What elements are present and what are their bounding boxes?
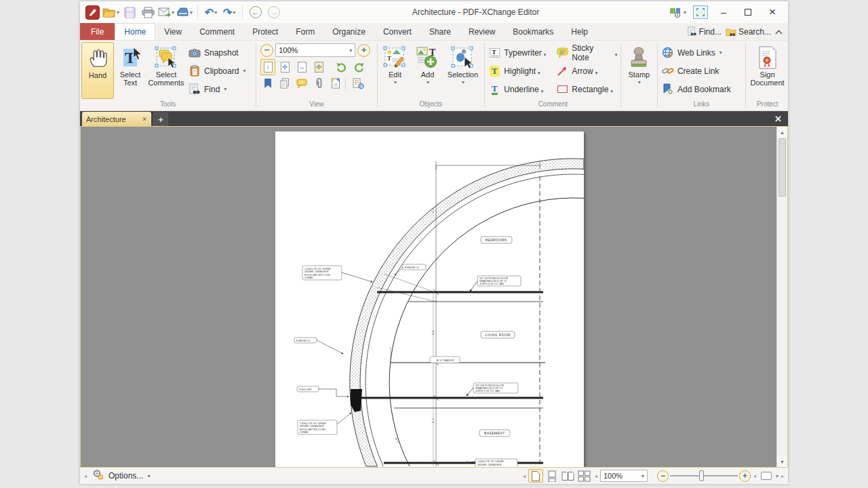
comments-pane-button[interactable] <box>294 75 309 92</box>
ui-options-dropdown[interactable]: ▾ <box>684 9 686 16</box>
scroll-down-button[interactable]: ▼ <box>777 456 787 467</box>
underline-button[interactable]: TUnderline▾ <box>486 80 554 98</box>
redo-button[interactable]: ↷▾ <box>221 3 237 21</box>
hand-tool-button[interactable]: Hand <box>81 42 114 99</box>
tab-organize[interactable]: Organize <box>323 23 374 40</box>
document-properties-button[interactable] <box>351 75 366 92</box>
vertical-scrollbar[interactable]: ▲ ▼ <box>776 127 787 467</box>
fit-visible-button[interactable]: ✣ <box>277 59 292 75</box>
continuous-view-button[interactable] <box>545 469 559 483</box>
fullscreen-button[interactable] <box>693 5 708 19</box>
bookmarks-pane-button[interactable] <box>260 75 275 92</box>
document-viewport[interactable]: 9'-1" 8'-0" 8'-1" 16'-0" BEDROOMS LIVING… <box>80 126 788 468</box>
attachments-pane-button[interactable] <box>311 75 326 92</box>
stamp-dropdown[interactable]: ▾ <box>638 79 641 87</box>
open-button[interactable]: ▾ <box>102 3 119 21</box>
fit-width-statusbar-button[interactable] <box>759 469 774 483</box>
create-link-button[interactable]: Create Link <box>659 62 734 80</box>
options-button[interactable]: Options... <box>108 471 143 481</box>
minimize-button[interactable]: – <box>715 5 732 20</box>
rotate-cw-button[interactable] <box>351 59 366 75</box>
zoom-slider[interactable] <box>670 470 738 482</box>
add-objects-button[interactable]: T Add ▾ <box>411 42 443 99</box>
add-bookmark-button[interactable]: Add Bookmark <box>659 80 734 98</box>
add-dropdown[interactable]: ▾ <box>427 79 429 87</box>
typewriter-dropdown[interactable]: ▾ <box>544 52 547 58</box>
sticky-note-dropdown[interactable]: ▾ <box>615 52 618 58</box>
fit-page-button[interactable]: ↕ <box>260 59 275 75</box>
vertical-scrollbar-thumb[interactable] <box>778 138 786 197</box>
web-links-button[interactable]: Web Links▾ <box>659 43 734 62</box>
tab-home[interactable]: Home <box>115 23 155 40</box>
document-tab-close-icon[interactable]: ✕ <box>142 116 147 123</box>
print-button[interactable] <box>140 3 156 21</box>
stamp-button[interactable]: Stamp ▾ <box>623 42 655 99</box>
search-command[interactable]: Search... <box>726 27 771 37</box>
sign-document-button[interactable]: Sign Document <box>747 42 788 99</box>
clipboard-dropdown[interactable]: ▾ <box>243 68 245 74</box>
web-links-dropdown[interactable]: ▾ <box>719 49 722 56</box>
rectangle-button[interactable]: Rectangle▾ <box>554 80 619 98</box>
find-dropdown[interactable]: ▾ <box>224 86 226 92</box>
app-logo[interactable] <box>84 3 100 21</box>
scan-dropdown[interactable]: ▾ <box>190 9 193 16</box>
scan-button[interactable]: ▾ <box>176 3 193 21</box>
highlight-button[interactable]: THighlight▾ <box>486 62 554 80</box>
tab-bookmarks[interactable]: Bookmarks <box>504 23 562 40</box>
tab-comment[interactable]: Comment <box>191 23 243 40</box>
zoom-out-button[interactable]: − <box>260 44 273 57</box>
rotate-ccw-button[interactable] <box>334 59 349 75</box>
fit-width-button[interactable]: ↔ <box>294 59 309 75</box>
underline-dropdown[interactable]: ▾ <box>541 89 544 94</box>
close-button[interactable]: × <box>764 5 781 20</box>
pdf-page[interactable]: 9'-1" 8'-0" 8'-1" 16'-0" BEDROOMS LIVING… <box>275 131 584 468</box>
statusbar-zoom-in-button[interactable]: + <box>739 470 751 482</box>
statusbar-zoom-combo[interactable]: 100%▾ <box>600 470 648 482</box>
fit-options-dropdown[interactable]: ▾ <box>776 473 778 479</box>
zoom-in-button[interactable]: + <box>357 44 370 57</box>
select-text-button[interactable]: T Select Text <box>114 42 146 99</box>
collapse-ribbon-button[interactable] <box>775 27 783 37</box>
edit-objects-button[interactable]: T Edit ▾ <box>378 42 411 99</box>
document-tab-architecture[interactable]: Architecture ✕ <box>82 112 151 126</box>
undo-button[interactable]: ↶▾ <box>203 3 219 21</box>
arrow-button[interactable]: Arrow▾ <box>554 62 619 80</box>
clipboard-button[interactable]: Clipboard▾ <box>186 62 248 80</box>
actual-size-button[interactable]: ✣ <box>311 59 326 75</box>
email-button[interactable]: ▾ <box>158 3 174 21</box>
tab-share[interactable]: Share <box>420 23 460 40</box>
select-comments-button[interactable]: Select Comments <box>146 42 186 99</box>
scroll-up-button[interactable]: ▲ <box>777 127 787 138</box>
undo-dropdown[interactable]: ▾ <box>214 9 217 16</box>
selection-button[interactable]: Selection ▾ <box>443 42 481 99</box>
selection-dropdown[interactable]: ▾ <box>462 79 465 87</box>
zoom-level-combo[interactable]: 100%▾ <box>275 43 355 57</box>
tab-review[interactable]: Review <box>460 23 504 40</box>
thumbnails-pane-button[interactable] <box>277 75 292 92</box>
highlight-dropdown[interactable]: ▾ <box>538 70 540 76</box>
single-page-view-button[interactable] <box>528 469 543 483</box>
tab-help[interactable]: Help <box>562 23 597 40</box>
find-command[interactable]: Find... <box>687 26 722 37</box>
new-tab-button[interactable]: + <box>153 113 168 126</box>
forward-button[interactable]: → <box>266 3 282 21</box>
arrow-dropdown[interactable]: ▾ <box>595 70 598 76</box>
sticky-note-button[interactable]: Sticky Note▾ <box>554 43 619 62</box>
rectangle-dropdown[interactable]: ▾ <box>610 89 613 94</box>
snapshot-button[interactable]: Snapshot <box>186 43 248 62</box>
open-dropdown[interactable]: ▾ <box>117 9 119 16</box>
ui-options-button[interactable]: ▾ <box>669 3 686 21</box>
two-page-view-button[interactable] <box>561 469 576 483</box>
tab-protect[interactable]: Protect <box>243 23 287 40</box>
tab-file[interactable]: File <box>80 23 115 40</box>
zoom-slider-handle[interactable] <box>699 470 704 481</box>
maximize-button[interactable] <box>739 5 757 20</box>
two-page-continuous-button[interactable] <box>577 469 592 483</box>
save-button[interactable] <box>121 3 138 21</box>
redo-dropdown[interactable]: ▾ <box>233 9 235 16</box>
back-button[interactable]: ← <box>248 3 264 21</box>
options-dropdown[interactable]: ▾ <box>147 473 150 479</box>
statusbar-zoom-out-button[interactable]: − <box>657 470 669 482</box>
close-all-button[interactable]: ✕ <box>768 111 788 126</box>
email-dropdown[interactable]: ▾ <box>172 9 174 16</box>
